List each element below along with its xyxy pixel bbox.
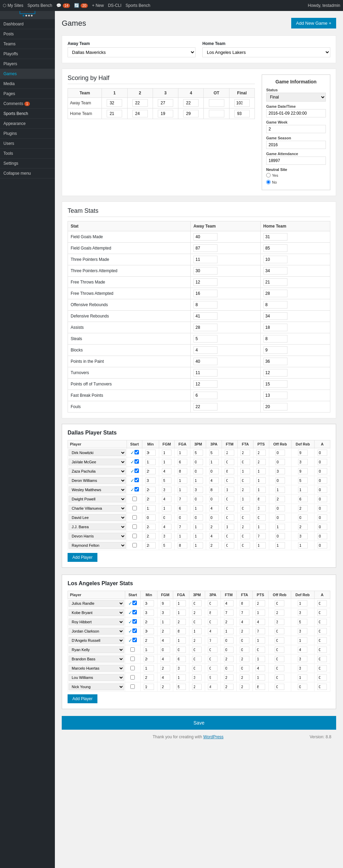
3pm-input[interactable] (192, 628, 202, 634)
home-stat-input[interactable] (263, 346, 287, 354)
fta-input[interactable] (240, 665, 249, 671)
fta-input[interactable] (240, 628, 249, 634)
min-input[interactable] (144, 619, 154, 625)
3pm-input[interactable] (193, 524, 203, 530)
min-input[interactable] (145, 496, 156, 502)
ftm-input[interactable] (225, 524, 234, 530)
pts-input[interactable] (256, 533, 266, 539)
3pm-input[interactable] (193, 542, 203, 548)
assists-input[interactable] (317, 637, 327, 644)
fga-input[interactable] (176, 619, 186, 625)
fgm-input[interactable] (161, 600, 170, 606)
defreb-input[interactable] (298, 514, 308, 521)
neutral-yes-radio[interactable] (266, 173, 271, 177)
offreb-input[interactable] (275, 487, 285, 493)
3pa-input[interactable] (209, 524, 219, 530)
fta-input[interactable] (240, 450, 250, 456)
fgm-input[interactable] (162, 524, 172, 530)
3pm-input[interactable] (192, 610, 202, 616)
3pa-input[interactable] (208, 637, 217, 644)
min-input[interactable] (144, 628, 154, 634)
assists-input[interactable] (317, 647, 327, 653)
fgm-input[interactable] (161, 628, 170, 634)
min-input[interactable] (145, 542, 156, 548)
season-input[interactable] (266, 141, 326, 149)
min-input[interactable] (144, 647, 154, 653)
assists-input[interactable] (318, 468, 327, 474)
3pm-input[interactable] (192, 665, 202, 671)
3pa-input[interactable] (208, 647, 217, 653)
starter-checkbox[interactable] (134, 468, 139, 473)
player-select[interactable]: Roy Hibbert (69, 618, 124, 625)
defreb-input[interactable] (298, 619, 307, 625)
starter-checkbox[interactable] (132, 638, 137, 642)
defreb-input[interactable] (298, 637, 307, 644)
fta-input[interactable] (240, 496, 250, 502)
home-stat-input[interactable] (263, 324, 287, 331)
home-stat-input[interactable] (263, 278, 287, 286)
starter-checkbox[interactable] (134, 478, 139, 482)
fga-input[interactable] (176, 665, 186, 671)
fta-input[interactable] (240, 459, 250, 465)
min-input[interactable] (145, 459, 156, 465)
fga-input[interactable] (176, 674, 186, 681)
assists-input[interactable] (318, 496, 327, 502)
player-select[interactable]: Zaza Pachulia (69, 468, 126, 475)
3pm-input[interactable] (193, 505, 203, 511)
player-select[interactable]: Marcelo Huertas (69, 665, 124, 672)
home-stat-input[interactable] (263, 256, 287, 263)
fga-input[interactable] (178, 459, 187, 465)
pts-input[interactable] (256, 505, 266, 511)
fgm-input[interactable] (161, 637, 170, 644)
offreb-input[interactable] (275, 637, 284, 644)
fta-input[interactable] (240, 619, 249, 625)
sidebar-item-settings[interactable]: Settings (0, 159, 55, 169)
offreb-input[interactable] (275, 674, 284, 681)
fta-input[interactable] (240, 487, 250, 493)
offreb-input[interactable] (275, 450, 285, 456)
away-stat-input[interactable] (193, 256, 217, 263)
min-input[interactable] (145, 477, 156, 484)
assists-input[interactable] (318, 450, 327, 456)
week-input[interactable] (266, 125, 326, 133)
offreb-input[interactable] (275, 514, 285, 521)
sidebar-item-teams[interactable]: Teams (0, 39, 55, 49)
fga-input[interactable] (178, 505, 187, 511)
defreb-input[interactable] (298, 647, 307, 653)
ftm-input[interactable] (224, 674, 234, 681)
away-stat-input[interactable] (193, 369, 217, 377)
neutral-no-radio[interactable] (266, 180, 271, 184)
offreb-input[interactable] (275, 533, 285, 539)
defreb-input[interactable] (298, 524, 308, 530)
assists-input[interactable] (317, 674, 327, 681)
ftm-input[interactable] (225, 505, 234, 511)
3pm-input[interactable] (192, 656, 202, 662)
fta-input[interactable] (240, 637, 249, 644)
pts-input[interactable] (256, 637, 265, 644)
starter-checkbox[interactable] (132, 534, 137, 538)
starter-checkbox[interactable] (132, 524, 137, 529)
pts-input[interactable] (256, 600, 265, 606)
save-button[interactable]: Save (193, 720, 204, 726)
ftm-input[interactable] (225, 514, 234, 521)
assists-input[interactable] (318, 524, 327, 530)
sidebar-item-dashboard[interactable]: Dashboard (0, 19, 55, 29)
assists-input[interactable] (317, 610, 327, 616)
3pa-input[interactable] (209, 459, 219, 465)
3pm-input[interactable] (192, 684, 202, 690)
fta-input[interactable] (240, 674, 249, 681)
offreb-input[interactable] (275, 496, 285, 502)
starter-checkbox[interactable] (132, 506, 137, 510)
site-name-link[interactable]: Sports Bench (27, 3, 52, 8)
min-input[interactable] (144, 610, 154, 616)
add-new-game-button[interactable]: Add New Game + (291, 18, 336, 28)
defreb-input[interactable] (298, 656, 307, 662)
player-select[interactable]: D'Angelo Russell (69, 637, 124, 644)
3pa-input[interactable] (209, 487, 219, 493)
defreb-input[interactable] (298, 610, 307, 616)
fta-input[interactable] (240, 533, 250, 539)
home-stat-input[interactable] (263, 267, 287, 275)
away-q3-input[interactable] (158, 99, 173, 107)
away-q1-input[interactable] (107, 99, 122, 107)
3pm-input[interactable] (193, 487, 203, 493)
